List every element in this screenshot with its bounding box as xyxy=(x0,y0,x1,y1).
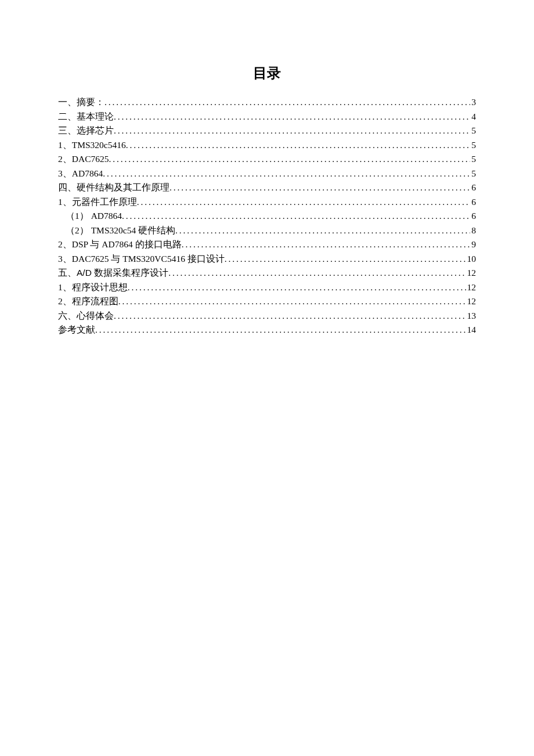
toc-leader-dots xyxy=(175,224,470,238)
toc-leader-dots xyxy=(122,209,470,224)
toc-page-number: 10 xyxy=(466,252,477,267)
toc-entry: （1） AD78646 xyxy=(58,209,476,224)
toc-entry: 1、TMS320c54165 xyxy=(58,138,476,153)
toc-page-number: 12 xyxy=(466,266,477,280)
table-of-contents: 一、摘要：3 二、基本理论4 三、选择芯片5 1、TMS320c54165 2、… xyxy=(58,95,476,337)
toc-label: 二、基本理论 xyxy=(58,110,114,124)
toc-label: 1、TMS320c5416 xyxy=(58,138,126,153)
toc-leader-dots xyxy=(114,309,466,323)
toc-entry: 1、元器件工作原理6 xyxy=(58,195,476,210)
toc-leader-dots xyxy=(169,181,470,195)
toc-entry: 2、DSP 与 AD7864 的接口电路9 xyxy=(58,237,476,252)
toc-label: 六、心得体会 xyxy=(58,309,114,323)
toc-page-number: 5 xyxy=(470,138,476,153)
toc-entry: 三、选择芯片5 xyxy=(58,124,476,138)
toc-leader-dots xyxy=(128,280,466,295)
toc-leader-dots xyxy=(114,110,470,124)
toc-label: 五、A/D 数据采集程序设计 xyxy=(58,266,168,280)
toc-leader-dots xyxy=(118,294,466,309)
toc-entry: 六、心得体会13 xyxy=(58,309,476,323)
toc-leader-dots xyxy=(137,195,471,210)
toc-page-number: 14 xyxy=(466,323,477,337)
toc-label: 三、选择芯片 xyxy=(58,124,114,138)
toc-leader-dots xyxy=(114,124,470,138)
toc-label: 2、DSP 与 AD7864 的接口电路 xyxy=(58,237,182,252)
toc-entry: 五、A/D 数据采集程序设计12 xyxy=(58,266,476,280)
toc-page-number: 6 xyxy=(470,181,476,195)
toc-label: 1、元器件工作原理 xyxy=(58,195,137,210)
toc-label: （2） TMS320c54 硬件结构 xyxy=(66,224,175,238)
toc-title: 目录 xyxy=(58,64,476,82)
toc-label: （1） AD7864 xyxy=(66,209,122,224)
toc-entry: 一、摘要：3 xyxy=(58,95,476,110)
toc-label: 3、AD7864 xyxy=(58,167,103,181)
toc-page-number: 6 xyxy=(470,195,476,210)
toc-page-number: 8 xyxy=(470,224,476,238)
toc-leader-dots xyxy=(109,152,470,167)
toc-page-number: 3 xyxy=(470,95,476,110)
toc-page-number: 5 xyxy=(470,152,476,167)
toc-entry: （2） TMS320c54 硬件结构8 xyxy=(58,224,476,238)
toc-entry: 3、AD78645 xyxy=(58,167,476,181)
toc-page-number: 12 xyxy=(466,280,477,295)
toc-leader-dots xyxy=(182,237,471,252)
toc-entry: 四、硬件结构及其工作原理6 xyxy=(58,181,476,195)
toc-entry: 3、DAC7625 与 TMS320VC5416 接口设计10 xyxy=(58,252,476,267)
toc-page-number: 4 xyxy=(470,110,476,124)
toc-page-number: 6 xyxy=(470,209,476,224)
toc-leader-dots xyxy=(225,252,466,267)
toc-leader-dots xyxy=(126,138,471,153)
toc-entry: 2、程序流程图12 xyxy=(58,294,476,309)
toc-label: 一、摘要： xyxy=(58,95,104,110)
toc-label: 1、程序设计思想 xyxy=(58,280,128,295)
toc-page-number: 9 xyxy=(470,237,476,252)
toc-leader-dots xyxy=(104,95,470,110)
toc-leader-dots xyxy=(103,167,470,181)
toc-entry: 二、基本理论4 xyxy=(58,110,476,124)
toc-label: 2、程序流程图 xyxy=(58,294,118,309)
toc-entry: 1、程序设计思想12 xyxy=(58,280,476,295)
toc-page-number: 13 xyxy=(466,309,477,323)
toc-page-number: 12 xyxy=(466,294,477,309)
toc-leader-dots xyxy=(95,323,466,337)
toc-page-number: 5 xyxy=(470,167,476,181)
toc-label: 参考文献 xyxy=(58,323,95,337)
toc-entry: 2、DAC76255 xyxy=(58,152,476,167)
toc-page-number: 5 xyxy=(470,124,476,138)
toc-label: 四、硬件结构及其工作原理 xyxy=(58,181,169,195)
toc-label: 2、DAC7625 xyxy=(58,152,109,167)
toc-leader-dots xyxy=(168,266,466,280)
toc-entry: 参考文献14 xyxy=(58,323,476,337)
toc-label: 3、DAC7625 与 TMS320VC5416 接口设计 xyxy=(58,252,225,267)
